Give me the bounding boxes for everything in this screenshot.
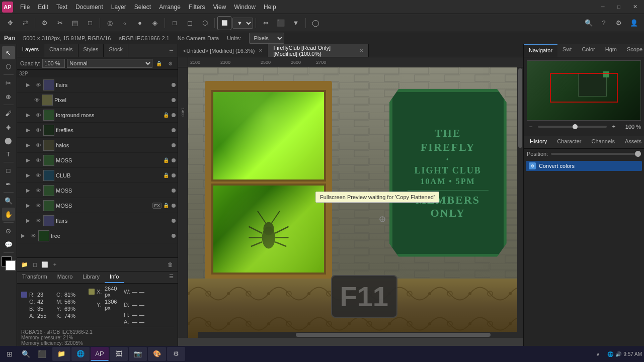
layer-item[interactable]: ▶ 👁 tree bbox=[17, 228, 178, 243]
layer-expand-icon[interactable]: ▶ bbox=[26, 172, 33, 178]
layer-expand-icon[interactable]: ▶ bbox=[26, 157, 33, 163]
layer-visibility-icon[interactable]: 👁 bbox=[33, 97, 40, 104]
scrollbar-thumb-h[interactable] bbox=[296, 333, 491, 337]
layer-visibility-icon[interactable]: 👁 bbox=[30, 232, 37, 239]
tool-erase[interactable]: ◈ bbox=[148, 16, 162, 30]
layer-expand-icon[interactable]: ▶ bbox=[26, 188, 33, 193]
layer-visibility-icon[interactable]: 👁 bbox=[35, 81, 42, 88]
select-tool[interactable]: ↖ bbox=[2, 46, 15, 59]
layer-visibility-icon[interactable]: 👁 bbox=[35, 142, 42, 149]
tool-color[interactable]: ● bbox=[133, 16, 147, 30]
maximize-btn[interactable]: □ bbox=[612, 0, 626, 14]
menu-help[interactable]: Help bbox=[260, 3, 280, 12]
tool-frame[interactable]: ⬜ bbox=[217, 16, 231, 30]
sample-tool[interactable]: ⊙ bbox=[2, 224, 15, 237]
layer-lock-btn[interactable]: 🔒 bbox=[154, 59, 164, 68]
doc-tab-firefly[interactable]: FireflyClub [Read Only] [Modified] (100.… bbox=[268, 44, 369, 57]
sys-tray-btn[interactable]: ∧ bbox=[590, 347, 605, 361]
tab-styles[interactable]: Styles bbox=[78, 44, 104, 57]
zoom-thumb[interactable] bbox=[573, 124, 578, 129]
layer-expand-icon[interactable]: ▶ bbox=[26, 203, 33, 208]
tab-hgm[interactable]: Hgm bbox=[600, 44, 622, 57]
minimize-btn[interactable]: ─ bbox=[596, 0, 610, 14]
tab-stock[interactable]: Stock bbox=[104, 44, 128, 57]
taskbar-explorer[interactable]: 📁 bbox=[52, 347, 70, 361]
add-group-btn[interactable]: 📁 bbox=[20, 260, 29, 269]
menu-select[interactable]: Select bbox=[130, 3, 155, 12]
add-adj-btn[interactable]: + bbox=[50, 260, 59, 269]
add-mask-btn[interactable]: ⬜ bbox=[40, 260, 49, 269]
taskbar-app4[interactable]: 🖼 bbox=[110, 347, 128, 361]
layer-visibility-icon[interactable]: 👁 bbox=[35, 217, 42, 224]
layer-visibility-icon[interactable]: 👁 bbox=[35, 127, 42, 134]
tab-color[interactable]: Color bbox=[577, 44, 600, 57]
node-tool[interactable]: ⬡ bbox=[2, 60, 15, 73]
layer-item[interactable]: ▶ 👁 MOSS FX 🔒 bbox=[17, 198, 178, 213]
settings-btn[interactable]: ⚙ bbox=[612, 16, 626, 30]
layer-expand-icon[interactable]: ▶ bbox=[26, 112, 33, 118]
layer-item[interactable]: ▶ 👁 MOSS bbox=[17, 183, 178, 198]
zoom-slider[interactable] bbox=[538, 126, 607, 128]
layer-item[interactable]: ▶ 👁 fireflies bbox=[17, 123, 178, 138]
tool-select1[interactable]: ◎ bbox=[103, 16, 117, 30]
tab-layers[interactable]: Layers bbox=[17, 44, 44, 57]
layer-expand-icon[interactable]: ▶ bbox=[21, 233, 28, 238]
nav-viewport-box[interactable] bbox=[550, 73, 618, 103]
layer-visibility-icon[interactable]: 👁 bbox=[35, 202, 42, 209]
close-btn[interactable]: ✕ bbox=[628, 0, 642, 14]
person-btn[interactable]: 👤 bbox=[627, 16, 641, 30]
background-color[interactable] bbox=[6, 260, 16, 270]
tool-crop[interactable]: ✂ bbox=[53, 16, 67, 30]
close-tab-icon[interactable]: ✕ bbox=[259, 48, 263, 53]
layer-visibility-icon[interactable]: 👁 bbox=[35, 112, 42, 119]
layer-option-btn[interactable]: ⚙ bbox=[166, 59, 175, 68]
taskbar-app5[interactable]: 📷 bbox=[129, 347, 147, 361]
menu-text[interactable]: Text bbox=[52, 3, 71, 12]
menu-window[interactable]: Window bbox=[230, 3, 260, 12]
tool-select2[interactable]: ⬦ bbox=[118, 16, 132, 30]
tab-channels-history[interactable]: Channels bbox=[589, 136, 618, 148]
scrollbar-horizontal[interactable] bbox=[198, 332, 523, 338]
task-view-btn[interactable]: ⬛ bbox=[34, 347, 49, 361]
layer-expand-icon[interactable]: ▶ bbox=[26, 127, 33, 133]
start-btn[interactable]: ⊞ bbox=[2, 347, 17, 361]
layer-item[interactable]: ▶ 👁 CLUB 🔒 bbox=[17, 168, 178, 183]
taskbar-app7[interactable]: ⚙ bbox=[167, 347, 185, 361]
zoom-tool[interactable]: 🔍 bbox=[2, 194, 15, 207]
blend-mode-select[interactable]: Normal bbox=[67, 59, 152, 68]
menu-view[interactable]: View bbox=[209, 3, 230, 12]
menu-arrange[interactable]: Arrange bbox=[155, 3, 185, 12]
layers-menu[interactable]: ☰ bbox=[167, 46, 176, 55]
tab-character[interactable]: Character bbox=[554, 136, 584, 148]
tab-macro[interactable]: Macro bbox=[52, 272, 78, 283]
layer-expand-icon[interactable]: ▶ bbox=[26, 82, 33, 87]
tab-channels[interactable]: Channels bbox=[44, 44, 78, 57]
text-tool[interactable]: T bbox=[2, 147, 15, 160]
tool-layers[interactable]: ▤ bbox=[68, 16, 82, 30]
tab-history[interactable]: History bbox=[527, 136, 550, 148]
add-pixel-btn[interactable]: ◻ bbox=[30, 260, 39, 269]
tool-rect2[interactable]: ◻ bbox=[183, 16, 197, 30]
tool-pixel[interactable]: ⚙ bbox=[38, 16, 52, 30]
menu-edit[interactable]: Edit bbox=[34, 3, 52, 12]
taskbar-affinity[interactable]: AP bbox=[91, 347, 109, 361]
tool-rect[interactable]: □ bbox=[168, 16, 182, 30]
pen-tool[interactable]: ✒ bbox=[2, 177, 15, 191]
tool-move[interactable]: ✥ bbox=[3, 16, 17, 30]
tab-transform[interactable]: Transform bbox=[17, 272, 52, 283]
layer-visibility-icon[interactable]: 👁 bbox=[35, 157, 42, 164]
erase-tool[interactable]: ◈ bbox=[2, 120, 15, 133]
shape-tool[interactable]: □ bbox=[2, 164, 15, 177]
menu-document[interactable]: Document bbox=[71, 3, 107, 12]
taskbar-edge[interactable]: 🌐 bbox=[71, 347, 90, 361]
layer-item[interactable]: ▶ 👁 flairs bbox=[17, 213, 178, 228]
layer-expand-icon[interactable]: ▶ bbox=[26, 142, 33, 148]
color-preview[interactable] bbox=[2, 256, 16, 270]
crop-tool[interactable]: ✂ bbox=[2, 76, 15, 89]
pan-tool[interactable]: ✋ bbox=[2, 208, 15, 221]
tool-align2[interactable]: ⬛ bbox=[274, 16, 288, 30]
tab-info[interactable]: Info bbox=[105, 272, 124, 283]
straighten-tool[interactable]: ⊕ bbox=[2, 90, 15, 103]
frame-select[interactable]: ▼ bbox=[232, 18, 253, 29]
menu-filters[interactable]: Filters bbox=[185, 3, 209, 12]
